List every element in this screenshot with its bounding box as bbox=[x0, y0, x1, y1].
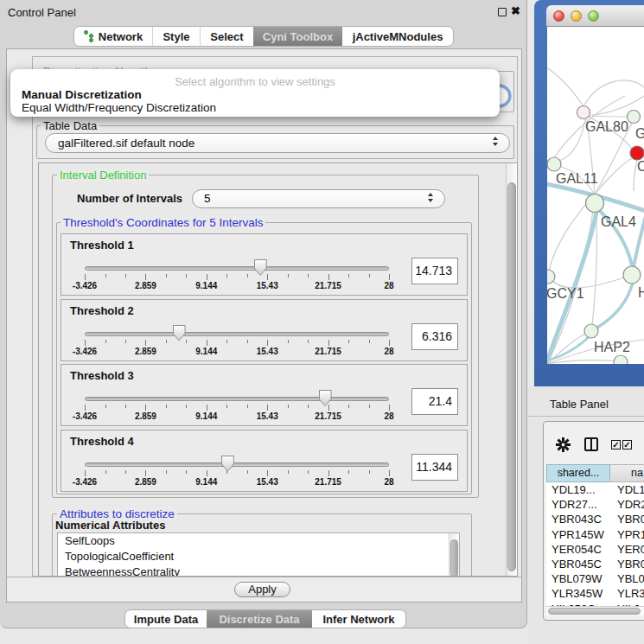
slider-tick-label: 28 bbox=[384, 281, 393, 290]
slider-major-tick bbox=[328, 405, 329, 411]
spinner-arrows-icon bbox=[428, 193, 435, 202]
column-header-shared-name[interactable]: shared... bbox=[546, 464, 610, 482]
slider-major-tick bbox=[267, 274, 268, 280]
algorithm-dropdown-popup: Select algorithm to view settings Manual… bbox=[10, 69, 500, 117]
threshold-label: Threshold 3 bbox=[70, 369, 134, 382]
network-node[interactable] bbox=[577, 106, 590, 119]
popup-item-equal-width[interactable]: Equal Width/Frequency Discretization bbox=[22, 101, 216, 114]
table-panel-title: Table Panel bbox=[550, 398, 609, 411]
threshold-label: Threshold 1 bbox=[70, 239, 134, 252]
float-window-icon[interactable] bbox=[498, 8, 507, 16]
threshold-slider[interactable] bbox=[85, 397, 389, 401]
threshold-slider[interactable] bbox=[85, 332, 389, 336]
network-node[interactable] bbox=[623, 266, 641, 284]
gear-icon[interactable] bbox=[556, 437, 571, 452]
bottom-tab-bar: Impute DataDiscretize DataInfer Network bbox=[124, 609, 406, 628]
checkbox-icon[interactable]: ✓ bbox=[611, 440, 621, 450]
control-panel-title: Control Panel bbox=[8, 6, 76, 19]
zoom-traffic-light[interactable] bbox=[588, 10, 599, 22]
slider-minor-tick bbox=[369, 340, 370, 343]
threshold-slider[interactable] bbox=[85, 462, 389, 467]
threshold-slider[interactable] bbox=[85, 266, 389, 271]
slider-tick-label: 21.715 bbox=[315, 281, 341, 290]
slider-thumb[interactable] bbox=[319, 390, 332, 406]
network-canvas[interactable]: GAL80GACGAL11GAL4GCY1HHAP2 bbox=[547, 27, 644, 364]
threshold-value-field[interactable]: 14.713 bbox=[411, 258, 458, 284]
bottom-tab-discretize-data[interactable]: Discretize Data bbox=[207, 610, 312, 628]
bottom-tab-impute-data[interactable]: Impute Data bbox=[125, 610, 207, 628]
close-icon[interactable]: ✖ bbox=[511, 4, 520, 17]
table-row[interactable]: YBR045CYBR0 bbox=[546, 558, 644, 573]
tab-cyni-toolbox[interactable]: Cyni Toolbox bbox=[253, 27, 342, 46]
cell-shared-name: YLR345W bbox=[552, 587, 603, 600]
table-row[interactable]: YDR27...YDR2 bbox=[546, 498, 644, 513]
network-node[interactable] bbox=[628, 111, 641, 124]
tab-network[interactable]: Network bbox=[74, 27, 152, 46]
slider-thumb[interactable] bbox=[254, 259, 267, 276]
table-row[interactable]: YDL19...YDL1 bbox=[546, 483, 644, 499]
network-node[interactable] bbox=[547, 157, 561, 171]
tab-jactivemnodules[interactable]: jActiveMNodules bbox=[342, 27, 453, 46]
minimize-traffic-light[interactable] bbox=[571, 10, 582, 22]
slider-tick-label: 21.715 bbox=[315, 477, 341, 487]
slider-thumb[interactable] bbox=[221, 456, 234, 472]
threshold-value-field[interactable]: 6.316 bbox=[411, 323, 458, 350]
slider-major-tick bbox=[267, 340, 268, 346]
slider-minor-tick bbox=[166, 340, 167, 343]
attribute-list-item[interactable]: TopologicalCoefficient bbox=[58, 549, 459, 564]
table-panel-header: Table Panel bbox=[528, 386, 644, 417]
slider-thumb[interactable] bbox=[173, 325, 186, 341]
number-of-intervals-spinner[interactable]: 5 bbox=[192, 189, 445, 208]
threshold-value-field[interactable]: 11.344 bbox=[411, 454, 458, 481]
table-row[interactable]: YLR345WYLR3 bbox=[546, 587, 644, 603]
apply-button[interactable]: Apply bbox=[234, 582, 290, 597]
slider-minor-tick bbox=[186, 274, 187, 277]
tab-style[interactable]: Style bbox=[152, 27, 200, 46]
slider-major-tick bbox=[85, 470, 86, 476]
network-edge-highlighted[interactable] bbox=[634, 204, 644, 266]
attributes-scrollbar[interactable] bbox=[449, 533, 459, 577]
settings-scroll-area: Interval Definition Number of Intervals … bbox=[38, 163, 518, 577]
threshold-value-field[interactable]: 21.4 bbox=[411, 388, 458, 415]
close-traffic-light[interactable] bbox=[553, 10, 564, 22]
column-header-name[interactable]: na bbox=[610, 464, 644, 482]
slider-tick-label: 28 bbox=[384, 411, 393, 421]
network-edge[interactable] bbox=[595, 158, 633, 194]
tab-label: Network bbox=[99, 30, 143, 43]
slider-minor-tick bbox=[369, 470, 370, 474]
table-horizontal-scrollbar[interactable] bbox=[546, 606, 644, 615]
node-table[interactable]: shared... na YDL19...YDL1YDR27...YDR2YBR… bbox=[546, 464, 644, 608]
interval-definition-title: Interval Definition bbox=[57, 169, 149, 182]
threshold-panel: Threshold 3-3.4262.8599.14415.4321.71528… bbox=[61, 364, 468, 426]
settings-vertical-scrollbar[interactable] bbox=[506, 163, 517, 576]
attribute-list-item[interactable]: BetweennessCentrality bbox=[58, 564, 459, 577]
table-data-select[interactable]: galFiltered.sif default node bbox=[45, 133, 510, 153]
checkbox-icon[interactable]: ✓ bbox=[622, 440, 632, 450]
network-node[interactable] bbox=[584, 324, 598, 338]
network-edge[interactable] bbox=[547, 360, 616, 364]
table-row[interactable]: YER054CYER0 bbox=[546, 543, 644, 558]
network-edge[interactable] bbox=[590, 116, 628, 117]
slider-tick-label: 21.715 bbox=[315, 347, 341, 356]
slider-minor-tick bbox=[105, 274, 106, 277]
numerical-attributes-list[interactable]: SelfLoopsTopologicalCoefficientBetweenne… bbox=[57, 532, 460, 577]
table-row[interactable]: YPR145WYPR1 bbox=[546, 528, 644, 544]
slider-minor-tick bbox=[348, 274, 349, 277]
network-node[interactable] bbox=[586, 194, 604, 213]
attribute-list-item[interactable]: SelfLoops bbox=[58, 533, 459, 549]
tab-select[interactable]: Select bbox=[200, 27, 253, 46]
columns-icon[interactable] bbox=[584, 437, 598, 451]
table-row[interactable]: YBL079WYBL0 bbox=[546, 572, 644, 588]
network-edge[interactable] bbox=[547, 66, 583, 106]
network-node[interactable] bbox=[614, 355, 628, 364]
network-edge[interactable] bbox=[559, 119, 585, 161]
slider-minor-tick bbox=[369, 405, 370, 408]
network-edge-highlighted[interactable] bbox=[597, 283, 633, 328]
popup-item-manual-discretization[interactable]: Manual Discretization bbox=[22, 88, 142, 101]
table-row[interactable]: YBR043CYBR0 bbox=[546, 513, 644, 528]
network-node[interactable] bbox=[630, 146, 644, 160]
table-panel-section: Table Panel ✓ ✓ shared... na YDL19...YDL… bbox=[528, 386, 644, 644]
slider-minor-tick bbox=[105, 405, 106, 408]
slider-minor-tick bbox=[247, 405, 248, 408]
bottom-tab-infer-network[interactable]: Infer Network bbox=[312, 610, 405, 628]
